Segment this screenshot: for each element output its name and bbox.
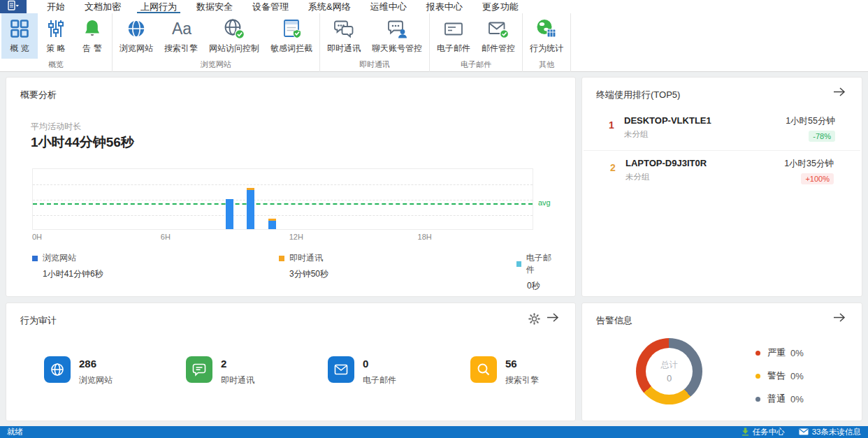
delta-badge: +100% [801,173,834,184]
unread-messages-item[interactable]: 33条未读信息 [799,427,861,437]
menubar-tab-device-mgmt[interactable]: 设备管理 [249,0,292,13]
legend-marker [516,261,521,267]
alert-legend-dot [755,374,760,379]
ribbon-button-label: 策 略 [46,43,65,54]
audit-stat-email[interactable]: 0电子邮件 [328,356,396,386]
terminal-group: 未分组 [624,129,786,140]
ribbon-button-label: 搜索引擎 [164,43,198,54]
menubar-tab-ops-center[interactable]: 运维中心 [367,0,410,13]
ribbon-group-3: 电子邮件邮件管控电子邮件 [430,13,523,72]
menubar-tab-doc-encrypt[interactable]: 文档加密 [81,0,124,13]
audit-panel-title: 行为审计 [20,314,57,327]
menubar-tab-internet-behavior[interactable]: 上网行为 [137,0,180,13]
chat-icon [186,356,212,383]
ribbon-button-policy[interactable]: 策 略 [38,13,74,59]
ribbon-button-sensitive-word-block[interactable]: 敏感词拦截 [265,13,318,59]
ribbon-button-label: 电子邮件 [437,43,470,54]
ribbon-group-2: 即时通讯聊天账号管控即时通讯 [320,13,430,72]
ribbon-group-label: 即时通讯 [321,59,428,72]
ribbon-button-behavior-stats[interactable]: 行为统计 [524,13,569,59]
ribbon-button-alarm[interactable]: 告 警 [74,13,110,59]
rank-number: 1 [609,115,624,142]
chart-legend: 浏览网站1小时41分钟6秒即时通讯3分钟50秒电子邮件0秒 [32,252,555,283]
ribbon-button-search-engine[interactable]: Aa搜索引擎 [159,13,203,59]
audit-settings-gear-icon[interactable] [528,313,540,328]
alerts-panel-title: 告警信息 [596,314,632,327]
menubar-tab-start[interactable]: 开始 [43,0,68,13]
ribbon: 概 览策 略告 警概览浏览网站Aa搜索引擎网站访问控制敏感词拦截浏览网站即时通讯… [0,13,571,72]
ribbon-button-overview[interactable]: 概 览 [1,13,38,59]
ribbon-button-label: 告 警 [82,43,101,54]
ribbon-button-label: 概 览 [10,43,29,54]
terminal-group: 未分组 [625,172,784,182]
activity-bar-chart: avg [32,168,533,230]
task-center-label: 任务中心 [753,427,785,437]
overview-grid-icon [8,17,31,40]
ribbon-button-site-access-control[interactable]: 网站访问控制 [203,13,265,59]
app-header: 开始文档加密上网行为数据安全设备管理系统&网络运维中心报表中心更多功能 概 览策… [0,0,868,72]
chart-bar-9h[interactable] [226,199,233,229]
ribbon-button-label: 网站访问控制 [209,43,259,54]
chart-legend-item: 即时通讯3分钟50秒 [279,252,328,280]
alert-legend-row: 普通0% [755,393,804,405]
ribbon-group-label: 电子邮件 [431,59,521,72]
legend-marker [32,256,38,261]
behavior-audit-panel: 行为审计 286浏览网站2即时通讯0电子邮件56搜索引擎 [6,302,576,421]
audit-stat-search-engine[interactable]: 56搜索引擎 [470,356,539,386]
stat-value: 0 [363,358,396,370]
chart-legend-item: 浏览网站1小时41分钟6秒 [32,252,103,280]
stat-label: 即时通讯 [221,374,254,386]
legend-value: 1小时41分钟6秒 [43,268,103,280]
legend-value: 3分钟50秒 [289,268,328,280]
alert-legend-label: 普通 [767,393,786,405]
ribbon-button-chat-account-control[interactable]: 聊天账号管控 [366,13,428,59]
chart-x-tick: 6H [161,233,171,241]
alerts-more-arrow-icon[interactable] [832,312,846,326]
terminal-ranking-panel: 终端使用排行(TOP5) 1DESKTOP-VLKTLE1未分组1小时55分钟-… [581,77,862,297]
mail-icon [799,428,809,437]
menubar-tab-data-security[interactable]: 数据安全 [193,0,236,13]
terminal-name: LAPTOP-D9J3IT0R [625,158,784,168]
menubar-tabs: 开始文档加密上网行为数据安全设备管理系统&网络运维中心报表中心更多功能 [37,0,528,13]
ribbon-button-browse-web[interactable]: 浏览网站 [114,13,159,59]
chart-bar-11h[interactable] [268,219,276,229]
app-menu-button[interactable] [0,0,27,13]
ribbon-button-label: 邮件管控 [482,43,515,54]
alert-legend-pct: 0% [790,371,804,381]
search-icon [470,356,497,383]
audit-more-arrow-icon[interactable] [546,312,560,326]
alert-legend-row: 严重0% [755,346,804,359]
alert-legend-label: 严重 [767,346,786,359]
menubar-tab-system-network[interactable]: 系统&网络 [305,0,354,13]
ribbon-button-im[interactable]: 即时通讯 [321,13,366,59]
im-chat-icon [333,17,355,40]
terminal-name: DESKTOP-VLKTLE1 [624,115,786,126]
ribbon-button-mail-control[interactable]: 邮件管控 [476,13,521,59]
ranking-item[interactable]: 1DESKTOP-VLKTLE1未分组1小时55分钟-78% [582,108,862,150]
menubar-tab-report-center[interactable]: 报表中心 [423,0,466,13]
stat-value: 286 [79,358,113,370]
legend-name: 即时通讯 [289,252,323,264]
audit-stat-im[interactable]: 2即时通讯 [186,356,254,386]
globe-icon [44,356,71,383]
legend-name: 浏览网站 [43,252,76,264]
chart-x-tick: 0H [32,233,42,241]
audit-stat-browse-web[interactable]: 286浏览网站 [44,356,113,386]
statusbar-ready-text: 就绪 [7,427,23,437]
chart-x-tick: 18H [418,233,432,241]
avg-activity-value: 1小时44分钟56秒 [31,133,134,152]
chart-bar-10h[interactable] [247,188,254,229]
ranking-more-arrow-icon[interactable] [832,87,846,100]
ranking-item[interactable]: 2LAPTOP-D9J3IT0R未分组1小时35分钟+100% [584,150,860,193]
stat-label: 搜索引擎 [505,374,539,386]
alert-legend-row: 警告0% [755,370,804,382]
task-center-item[interactable]: 任务中心 [742,427,785,437]
ribbon-group-label: 其他 [524,59,569,72]
download-arrow-icon [742,428,749,437]
donut-center: 总计 0 [646,348,693,395]
stat-label: 浏览网站 [79,374,113,386]
alert-legend-pct: 0% [790,394,804,404]
ribbon-button-email[interactable]: 电子邮件 [431,13,476,59]
menubar-tab-more-features[interactable]: 更多功能 [479,0,522,13]
behavior-stats-icon [535,17,558,40]
